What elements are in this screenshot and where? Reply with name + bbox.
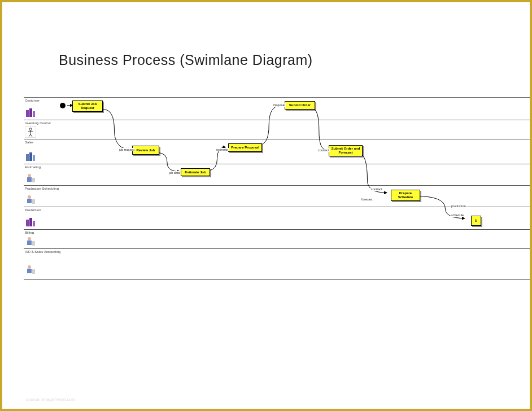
svg-rect-2	[33, 111, 35, 117]
svg-rect-1	[29, 108, 32, 117]
lane-prod-sched: Production Scheduling	[24, 185, 530, 207]
lane-label: Customer	[25, 99, 40, 102]
node-partial: R	[471, 216, 481, 226]
node-submit-order: Submit Order	[285, 101, 315, 110]
lane-ar-accounting: A/R & Sales Accounting	[24, 248, 530, 280]
svg-rect-25	[27, 269, 32, 273]
lane-production: Production	[24, 207, 530, 229]
svg-rect-26	[32, 269, 35, 274]
svg-rect-9	[26, 154, 29, 161]
svg-rect-0	[26, 110, 29, 117]
svg-point-24	[28, 265, 31, 269]
person-icon	[25, 194, 36, 205]
svg-rect-18	[26, 220, 29, 226]
svg-rect-20	[33, 221, 35, 226]
lane-label: Sales	[25, 141, 33, 144]
node-review-job: Review Job	[132, 146, 159, 155]
building-icon	[25, 216, 36, 228]
lane-label: Estimating	[25, 165, 41, 169]
svg-point-21	[28, 237, 31, 241]
edge-label-estimate: estimate	[216, 148, 229, 151]
lane-label: Inventory Control	[25, 121, 51, 125]
node-submit-order-forecast: Submit Order and Forecast	[329, 145, 363, 156]
svg-rect-22	[27, 241, 32, 245]
building-icon	[25, 151, 36, 162]
svg-rect-16	[27, 199, 32, 203]
node-submit-job-request: Submit Job Request	[72, 100, 103, 112]
lane-inventory: Inventory Control	[24, 120, 530, 139]
lane-label: Production Scheduling	[25, 187, 59, 190]
page-frame: Business Process (Swimlane Diagram) Cust…	[0, 0, 532, 411]
person-icon	[25, 235, 36, 247]
node-estimate-job: Estimate Job	[181, 168, 210, 176]
person-icon	[25, 172, 36, 183]
start-node	[60, 103, 66, 108]
edge-label-proposal: Proposal	[272, 103, 286, 107]
footer-text: source: imagefriend.com	[26, 397, 76, 402]
svg-point-12	[28, 174, 31, 177]
lane-label: A/R & Sales Accounting	[25, 250, 60, 253]
lane-sales: Sales	[24, 139, 530, 164]
svg-rect-17	[32, 199, 35, 204]
building-icon	[25, 107, 36, 118]
edge-label-forecast: forecast	[361, 198, 373, 201]
svg-rect-10	[29, 152, 32, 161]
svg-rect-14	[32, 178, 35, 182]
lane-estimating: Estimating	[24, 164, 530, 185]
edge-label-contract2: contract	[370, 187, 383, 191]
edge-label-job-data: job data	[168, 171, 181, 174]
svg-rect-11	[33, 155, 35, 161]
diagram-title: Business Process (Swimlane Diagram)	[59, 52, 313, 68]
lane-label: Billing	[25, 231, 34, 234]
svg-rect-19	[29, 218, 32, 226]
lane-billing: Billing	[24, 229, 530, 248]
node-prepare-proposal: Prepare Proposal	[228, 143, 262, 152]
actor-icon	[25, 126, 36, 138]
edge-label-schedule: schedule	[451, 213, 464, 217]
swimlane-diagram: Customer Inventory Control Sales Estimat…	[24, 97, 530, 386]
edge-label-production: production	[451, 204, 466, 208]
edge-label-job-request: job request	[119, 148, 135, 151]
svg-rect-23	[32, 241, 35, 246]
svg-rect-13	[27, 177, 32, 182]
lane-label: Production	[25, 208, 41, 212]
person-icon	[25, 264, 36, 275]
svg-point-15	[28, 195, 31, 199]
node-prepare-schedule: Prepare Schedule	[391, 190, 420, 201]
edge-label-contract: contract	[317, 148, 330, 152]
